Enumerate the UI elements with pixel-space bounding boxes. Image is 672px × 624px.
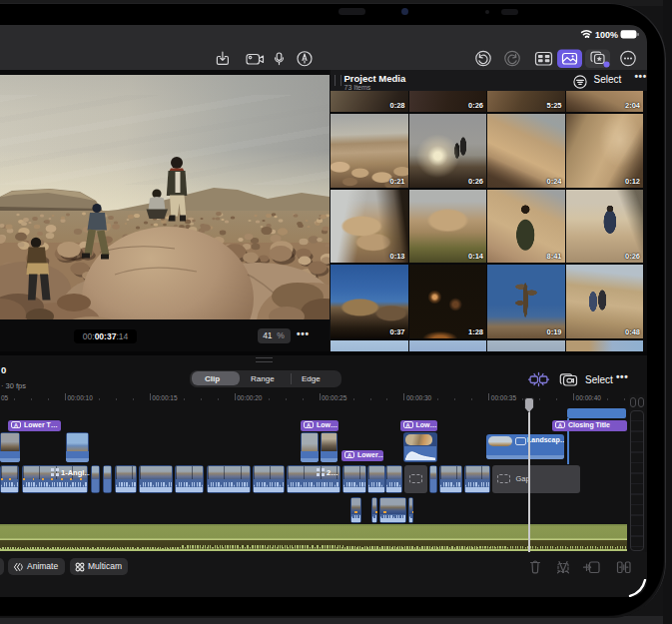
svg-text:100%: 100% — [595, 30, 618, 40]
